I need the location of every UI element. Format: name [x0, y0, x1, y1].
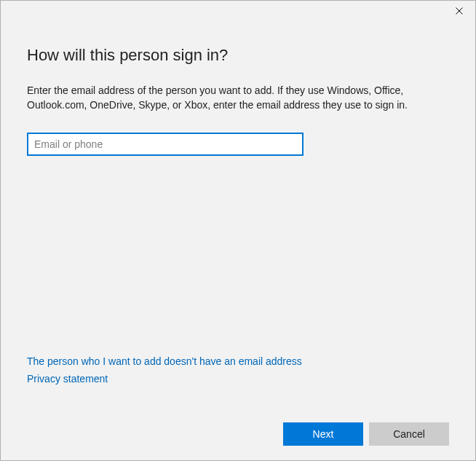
- close-icon: [456, 6, 463, 17]
- privacy-statement-link[interactable]: Privacy statement: [27, 373, 108, 385]
- content-area: How will this person sign in? Enter the …: [1, 24, 475, 422]
- page-title: How will this person sign in?: [27, 46, 449, 65]
- titlebar: [1, 1, 475, 24]
- description-text: Enter the email address of the person yo…: [27, 84, 435, 112]
- spacer: [27, 156, 449, 355]
- cancel-button[interactable]: Cancel: [369, 422, 449, 446]
- links-section: The person who I want to add doesn't hav…: [27, 355, 449, 390]
- no-email-link[interactable]: The person who I want to add doesn't hav…: [27, 355, 302, 367]
- next-button[interactable]: Next: [283, 422, 363, 446]
- email-or-phone-input[interactable]: [27, 133, 304, 156]
- dialog-window: How will this person sign in? Enter the …: [0, 0, 476, 461]
- close-button[interactable]: [443, 1, 475, 21]
- footer-buttons: Next Cancel: [1, 422, 475, 460]
